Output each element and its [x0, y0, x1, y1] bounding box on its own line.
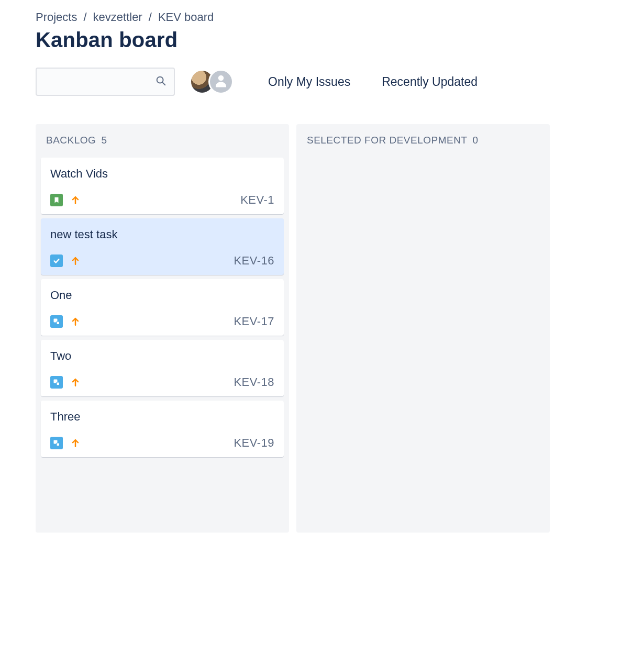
issue-title: new test task	[50, 228, 274, 241]
column-count: 0	[473, 135, 479, 146]
priority-medium-icon	[70, 438, 81, 448]
column-title: Backlog	[46, 135, 96, 146]
issue-card[interactable]: Watch Vids KEV-1	[41, 158, 284, 214]
svg-rect-6	[57, 322, 60, 325]
search-box[interactable]	[36, 68, 175, 96]
column-title: Selected for Development	[307, 135, 468, 146]
kanban-board: Backlog 5 Watch Vids	[36, 124, 644, 533]
column-header: Selected for Development 0	[302, 132, 545, 158]
breadcrumb-board[interactable]: KEV board	[158, 10, 214, 24]
card-list: Watch Vids KEV-1	[41, 158, 284, 457]
recently-updated-button[interactable]: Recently Updated	[379, 71, 481, 93]
page-title: Kanban board	[36, 28, 644, 52]
issue-title: Three	[50, 410, 274, 424]
priority-medium-icon	[70, 256, 81, 266]
breadcrumb-separator: /	[149, 10, 152, 24]
subtask-icon	[50, 315, 63, 328]
subtask-icon	[50, 376, 63, 389]
issue-card[interactable]: Two KEV-18	[41, 340, 284, 396]
issue-card[interactable]: Three KEV-19	[41, 401, 284, 457]
svg-rect-12	[57, 443, 60, 446]
column-count: 5	[101, 135, 107, 146]
issue-key: KEV-19	[234, 436, 274, 450]
breadcrumb: Projects / kevzettler / KEV board	[36, 10, 644, 24]
breadcrumb-project[interactable]: kevzettler	[93, 10, 142, 24]
issue-title: Watch Vids	[50, 167, 274, 181]
issue-key: KEV-17	[234, 315, 274, 328]
svg-point-2	[218, 75, 224, 81]
priority-medium-icon	[70, 377, 81, 388]
svg-rect-9	[57, 382, 60, 385]
person-icon	[213, 73, 229, 91]
only-my-issues-button[interactable]: Only My Issues	[265, 71, 353, 93]
search-icon	[155, 75, 166, 89]
breadcrumb-separator: /	[83, 10, 86, 24]
subtask-icon	[50, 437, 63, 449]
issue-title: One	[50, 289, 274, 302]
issue-card[interactable]: One KEV-17	[41, 279, 284, 336]
svg-line-1	[162, 82, 165, 85]
issue-key: KEV-1	[240, 193, 274, 207]
search-input[interactable]	[37, 69, 190, 95]
issue-title: Two	[50, 349, 274, 363]
issue-key: KEV-18	[234, 375, 274, 389]
priority-medium-icon	[70, 195, 81, 205]
avatar-unassigned[interactable]	[208, 69, 234, 94]
avatar-group	[190, 69, 234, 94]
column-header: Backlog 5	[41, 132, 284, 158]
issue-card[interactable]: new test task KEV-16	[41, 218, 284, 275]
column-selected-for-development[interactable]: Selected for Development 0	[296, 124, 550, 533]
story-icon	[50, 194, 63, 206]
toolbar: Only My Issues Recently Updated	[36, 68, 644, 96]
priority-medium-icon	[70, 316, 81, 327]
breadcrumb-root[interactable]: Projects	[36, 10, 77, 24]
column-backlog[interactable]: Backlog 5 Watch Vids	[36, 124, 289, 533]
task-icon	[50, 254, 63, 267]
issue-key: KEV-16	[234, 254, 274, 268]
